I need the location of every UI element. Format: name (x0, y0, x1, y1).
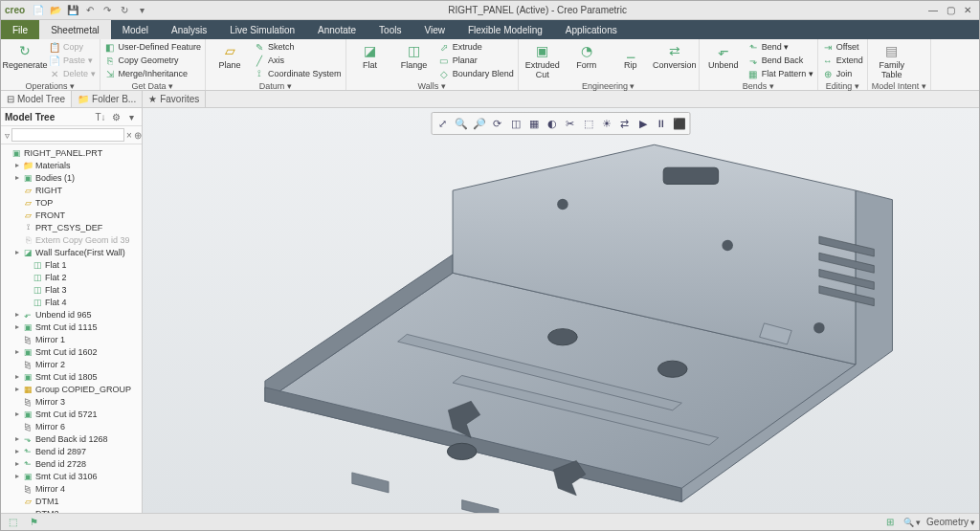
tab-analysis[interactable]: Analysis (160, 20, 218, 39)
status-filter-icon[interactable]: ⚑ (26, 516, 41, 529)
bend-button[interactable]: ⬑Bend ▾ (747, 40, 813, 54)
tab-flexible-modeling[interactable]: Flexible Modeling (457, 20, 554, 39)
tree-item[interactable]: ⎘Extern Copy Geom id 39 (1, 233, 142, 246)
offset-button[interactable]: ⇥Offset (822, 40, 863, 54)
qat-regen-icon[interactable]: ↻ (117, 3, 132, 18)
tree-item[interactable]: ▱RIGHT (1, 184, 142, 196)
regenerate-button[interactable]: ↻Regenerate (5, 40, 45, 71)
tree-item[interactable]: ▸📁Materials (1, 159, 142, 171)
status-selection-icon[interactable]: ⬚ (5, 516, 20, 529)
conversion-button[interactable]: ⇄Conversion (655, 40, 695, 71)
tree-item[interactable]: ▸⬑Bend id 2897 (1, 445, 142, 457)
tab-annotate[interactable]: Annotate (306, 20, 368, 39)
tab-applications[interactable]: Applications (554, 20, 629, 39)
tree-item[interactable]: ⧎Mirror 4 (1, 482, 142, 495)
bend-back-button[interactable]: ⬎Bend Back (747, 54, 813, 67)
qat-save-icon[interactable]: 💾 (65, 3, 80, 18)
qat-redo-icon[interactable]: ↷ (100, 3, 115, 18)
tree-item[interactable]: ⧎Mirror 6 (1, 420, 142, 432)
tree-item[interactable]: ▱FRONT (1, 209, 142, 221)
paste-button: 📄Paste ▾ (49, 54, 96, 67)
status-geometry-dropdown[interactable]: Geometry ▾ (926, 517, 975, 527)
tree-search-input[interactable] (11, 128, 124, 142)
tree-item[interactable]: ◫Flat 4 (1, 296, 142, 308)
sketch-button[interactable]: ✎Sketch (254, 40, 342, 54)
tree-item[interactable]: ▱DTM1 (1, 495, 142, 507)
minimize-icon[interactable]: — (925, 4, 941, 17)
tree-item[interactable]: ▸▣Smt Cut id 1602 (1, 345, 142, 358)
tree-item[interactable]: ▸⬑Bend id 2728 (1, 457, 142, 470)
ribbon-group-datum: ▱Plane✎Sketch╱Axis⟟Coordinate SystemDatu… (206, 39, 346, 90)
nav-tab-model-tree[interactable]: ⊟Model Tree (1, 91, 72, 107)
tab-model[interactable]: Model (111, 20, 160, 39)
tree-item[interactable]: ▸◪Wall Surface(First Wall) (1, 246, 142, 258)
qat-new-icon[interactable]: 📄 (31, 3, 46, 18)
tab-tools[interactable]: Tools (368, 20, 412, 39)
tab-file[interactable]: File (1, 20, 39, 39)
boundary-blend-button[interactable]: ◇Boundary Blend (438, 67, 514, 80)
tree-root[interactable]: ▣RIGHT_PANEL.PRT (1, 146, 142, 159)
group-label[interactable]: Engineering ▾ (523, 80, 695, 92)
merge/inheritance-button[interactable]: ⇲Merge/Inheritance (104, 67, 202, 80)
join-button[interactable]: ⊕Join (822, 67, 863, 80)
copy-geometry-button[interactable]: ⎘Copy Geometry (104, 54, 202, 67)
tab-view[interactable]: View (412, 20, 457, 39)
user-defined-feature-button[interactable]: ◧User-Defined Feature (104, 40, 202, 54)
graphics-canvas[interactable]: ⤢🔍🔎⟳◫▦◐✂⬚☀⇄▶⏸⬛ (143, 108, 979, 513)
coordinate-system-button[interactable]: ⟟Coordinate System (254, 67, 342, 80)
tree-item[interactable]: ◫Flat 1 (1, 258, 142, 271)
tree-item[interactable]: ▸▣Smt Cut id 5721 (1, 408, 142, 420)
nav-tab-favorites[interactable]: ★Favorites (143, 91, 206, 107)
tree-item[interactable]: ▸⬎Bend Back id 1268 (1, 432, 142, 445)
tree-item[interactable]: ⧎Mirror 1 (1, 333, 142, 345)
tree-item[interactable]: ▸▣Bodies (1) (1, 171, 142, 184)
maximize-icon[interactable]: ▢ (943, 4, 958, 17)
axis-button[interactable]: ╱Axis (254, 54, 342, 67)
extruded-cut-button[interactable]: ▣Extruded Cut (523, 40, 563, 80)
tree-item[interactable]: ▱TOP (1, 196, 142, 209)
ribbon-group-walls: ◪Flat◫Flange⬀Extrude▭Planar◇Boundary Ble… (346, 39, 519, 90)
tree-item[interactable]: ⟟PRT_CSYS_DEF (1, 221, 142, 233)
tree-item[interactable]: ◫Flat 3 (1, 283, 142, 296)
tab-sheetmetal[interactable]: Sheetmetal (39, 20, 111, 39)
nav-tab-folder-b-[interactable]: 📁Folder B... (72, 91, 143, 107)
group-label[interactable]: Model Intent ▾ (872, 80, 926, 92)
planar-button[interactable]: ▭Planar (438, 54, 514, 67)
status-messages-icon[interactable]: ⊞ (882, 516, 898, 529)
tree-item[interactable]: ▸⬐Unbend id 965 (1, 308, 142, 321)
tree-item[interactable]: ▸▣Smt Cut id 3106 (1, 470, 142, 482)
tree-item[interactable]: ▸▣Smt Cut id 1805 (1, 370, 142, 383)
tree-item[interactable]: ▸▣Smt Cut id 1115 (1, 321, 142, 333)
model-tree[interactable]: ▣RIGHT_PANEL.PRT▸📁Materials▸▣Bodies (1)▱… (1, 144, 142, 513)
tree-item[interactable]: ◫Flat 2 (1, 271, 142, 283)
flat-button[interactable]: ◪Flat (350, 40, 390, 71)
unbend-button[interactable]: ⬐Unbend (703, 40, 744, 71)
app-logo: creo (5, 5, 25, 15)
close-icon[interactable]: ✕ (960, 4, 975, 17)
tree-expand-icon[interactable]: ⊕ (134, 130, 142, 141)
extend-button[interactable]: ↔Extend (822, 54, 863, 67)
window-controls: — ▢ ✕ (925, 4, 975, 17)
delete-button: ✕Delete ▾ (49, 67, 96, 80)
tree-item[interactable]: ▸▦Group COPIED_GROUP (1, 383, 142, 395)
qat-open-icon[interactable]: 📂 (48, 3, 63, 18)
status-find-dropdown[interactable]: 🔍 ▾ (903, 518, 922, 527)
flat-pattern-button[interactable]: ▦Flat Pattern ▾ (747, 67, 813, 80)
tree-filter-icon[interactable]: T↓ (94, 110, 107, 123)
tree-item[interactable]: ⧎Mirror 3 (1, 395, 142, 408)
qat-windows-icon[interactable]: ▾ (134, 3, 149, 18)
tree-header: Model Tree T↓ ⚙ ▾ (1, 108, 142, 126)
tree-item[interactable]: ⧎Mirror 2 (1, 358, 142, 370)
extrude-button[interactable]: ⬀Extrude (438, 40, 514, 54)
flange-button[interactable]: ◫Flange (394, 40, 434, 71)
family-table-button[interactable]: ▤Family Table (872, 40, 912, 80)
rip-button[interactable]: ⎯Rip (611, 40, 651, 71)
tree-show-icon[interactable]: ▾ (124, 110, 138, 123)
form-button[interactable]: ◔Form (567, 40, 607, 71)
qat-undo-icon[interactable]: ↶ (82, 3, 98, 18)
tree-settings-icon[interactable]: ⚙ (109, 110, 122, 123)
tab-live-simulation[interactable]: Live Simulation (218, 20, 306, 39)
model-rendering (143, 108, 979, 513)
plane-button[interactable]: ▱Plane (210, 40, 250, 71)
tree-search-clear-icon[interactable]: × (126, 130, 132, 141)
